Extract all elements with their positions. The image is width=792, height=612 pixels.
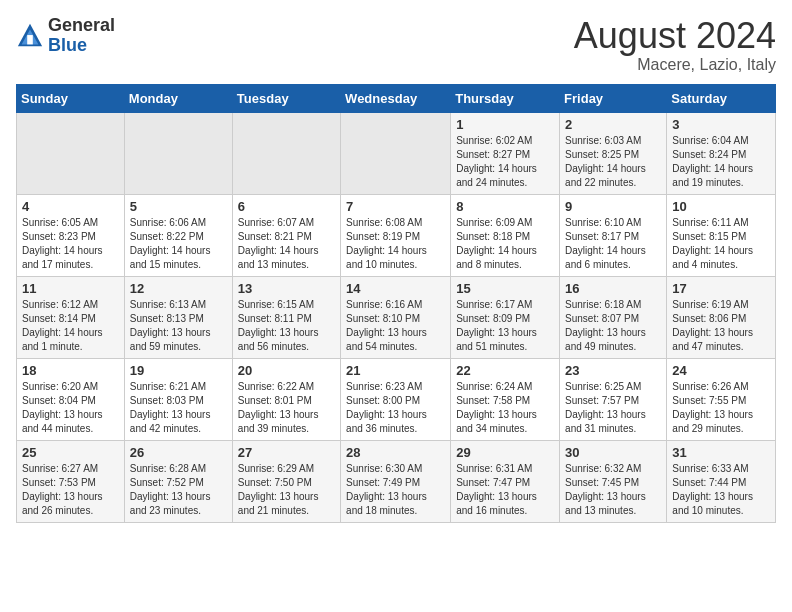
calendar-cell — [17, 112, 125, 194]
day-header-saturday: Saturday — [667, 84, 776, 112]
calendar-cell: 7Sunrise: 6:08 AMSunset: 8:19 PMDaylight… — [341, 194, 451, 276]
day-info: Sunrise: 6:07 AMSunset: 8:21 PMDaylight:… — [238, 216, 335, 272]
day-info: Sunrise: 6:23 AMSunset: 8:00 PMDaylight:… — [346, 380, 445, 436]
day-info: Sunrise: 6:28 AMSunset: 7:52 PMDaylight:… — [130, 462, 227, 518]
svg-rect-2 — [27, 35, 33, 44]
day-number: 17 — [672, 281, 770, 296]
calendar-cell: 28Sunrise: 6:30 AMSunset: 7:49 PMDayligh… — [341, 440, 451, 522]
day-number: 11 — [22, 281, 119, 296]
day-info: Sunrise: 6:22 AMSunset: 8:01 PMDaylight:… — [238, 380, 335, 436]
day-number: 12 — [130, 281, 227, 296]
day-info: Sunrise: 6:17 AMSunset: 8:09 PMDaylight:… — [456, 298, 554, 354]
calendar-week-row: 4Sunrise: 6:05 AMSunset: 8:23 PMDaylight… — [17, 194, 776, 276]
day-number: 26 — [130, 445, 227, 460]
day-info: Sunrise: 6:29 AMSunset: 7:50 PMDaylight:… — [238, 462, 335, 518]
day-info: Sunrise: 6:13 AMSunset: 8:13 PMDaylight:… — [130, 298, 227, 354]
day-header-sunday: Sunday — [17, 84, 125, 112]
calendar-table: SundayMondayTuesdayWednesdayThursdayFrid… — [16, 84, 776, 523]
day-info: Sunrise: 6:03 AMSunset: 8:25 PMDaylight:… — [565, 134, 661, 190]
day-info: Sunrise: 6:10 AMSunset: 8:17 PMDaylight:… — [565, 216, 661, 272]
day-number: 14 — [346, 281, 445, 296]
page-header: General Blue August 2024 Macere, Lazio, … — [16, 16, 776, 74]
day-number: 23 — [565, 363, 661, 378]
day-info: Sunrise: 6:04 AMSunset: 8:24 PMDaylight:… — [672, 134, 770, 190]
day-number: 4 — [22, 199, 119, 214]
day-info: Sunrise: 6:30 AMSunset: 7:49 PMDaylight:… — [346, 462, 445, 518]
day-header-tuesday: Tuesday — [232, 84, 340, 112]
day-info: Sunrise: 6:12 AMSunset: 8:14 PMDaylight:… — [22, 298, 119, 354]
day-info: Sunrise: 6:15 AMSunset: 8:11 PMDaylight:… — [238, 298, 335, 354]
day-number: 16 — [565, 281, 661, 296]
day-number: 21 — [346, 363, 445, 378]
day-number: 30 — [565, 445, 661, 460]
day-number: 10 — [672, 199, 770, 214]
calendar-cell: 9Sunrise: 6:10 AMSunset: 8:17 PMDaylight… — [560, 194, 667, 276]
calendar-cell: 20Sunrise: 6:22 AMSunset: 8:01 PMDayligh… — [232, 358, 340, 440]
calendar-cell: 6Sunrise: 6:07 AMSunset: 8:21 PMDaylight… — [232, 194, 340, 276]
calendar-cell: 4Sunrise: 6:05 AMSunset: 8:23 PMDaylight… — [17, 194, 125, 276]
calendar-cell: 5Sunrise: 6:06 AMSunset: 8:22 PMDaylight… — [124, 194, 232, 276]
day-number: 29 — [456, 445, 554, 460]
day-info: Sunrise: 6:24 AMSunset: 7:58 PMDaylight:… — [456, 380, 554, 436]
calendar-cell: 17Sunrise: 6:19 AMSunset: 8:06 PMDayligh… — [667, 276, 776, 358]
day-info: Sunrise: 6:02 AMSunset: 8:27 PMDaylight:… — [456, 134, 554, 190]
calendar-cell: 13Sunrise: 6:15 AMSunset: 8:11 PMDayligh… — [232, 276, 340, 358]
logo-icon — [16, 22, 44, 50]
logo-general: General — [48, 15, 115, 35]
day-info: Sunrise: 6:33 AMSunset: 7:44 PMDaylight:… — [672, 462, 770, 518]
calendar-cell: 2Sunrise: 6:03 AMSunset: 8:25 PMDaylight… — [560, 112, 667, 194]
calendar-cell: 21Sunrise: 6:23 AMSunset: 8:00 PMDayligh… — [341, 358, 451, 440]
day-info: Sunrise: 6:11 AMSunset: 8:15 PMDaylight:… — [672, 216, 770, 272]
calendar-title: August 2024 — [574, 16, 776, 56]
day-number: 22 — [456, 363, 554, 378]
day-number: 1 — [456, 117, 554, 132]
day-number: 7 — [346, 199, 445, 214]
day-number: 8 — [456, 199, 554, 214]
logo: General Blue — [16, 16, 115, 56]
day-number: 13 — [238, 281, 335, 296]
calendar-cell: 25Sunrise: 6:27 AMSunset: 7:53 PMDayligh… — [17, 440, 125, 522]
day-number: 2 — [565, 117, 661, 132]
day-info: Sunrise: 6:09 AMSunset: 8:18 PMDaylight:… — [456, 216, 554, 272]
title-block: August 2024 Macere, Lazio, Italy — [574, 16, 776, 74]
calendar-cell — [124, 112, 232, 194]
day-info: Sunrise: 6:26 AMSunset: 7:55 PMDaylight:… — [672, 380, 770, 436]
day-info: Sunrise: 6:31 AMSunset: 7:47 PMDaylight:… — [456, 462, 554, 518]
day-number: 20 — [238, 363, 335, 378]
calendar-cell: 10Sunrise: 6:11 AMSunset: 8:15 PMDayligh… — [667, 194, 776, 276]
day-header-monday: Monday — [124, 84, 232, 112]
day-number: 25 — [22, 445, 119, 460]
day-number: 9 — [565, 199, 661, 214]
calendar-cell: 15Sunrise: 6:17 AMSunset: 8:09 PMDayligh… — [451, 276, 560, 358]
calendar-cell: 12Sunrise: 6:13 AMSunset: 8:13 PMDayligh… — [124, 276, 232, 358]
day-info: Sunrise: 6:06 AMSunset: 8:22 PMDaylight:… — [130, 216, 227, 272]
calendar-cell: 26Sunrise: 6:28 AMSunset: 7:52 PMDayligh… — [124, 440, 232, 522]
day-number: 27 — [238, 445, 335, 460]
calendar-cell: 18Sunrise: 6:20 AMSunset: 8:04 PMDayligh… — [17, 358, 125, 440]
day-header-thursday: Thursday — [451, 84, 560, 112]
day-info: Sunrise: 6:21 AMSunset: 8:03 PMDaylight:… — [130, 380, 227, 436]
day-info: Sunrise: 6:32 AMSunset: 7:45 PMDaylight:… — [565, 462, 661, 518]
calendar-cell: 30Sunrise: 6:32 AMSunset: 7:45 PMDayligh… — [560, 440, 667, 522]
logo-text: General Blue — [48, 16, 115, 56]
day-header-wednesday: Wednesday — [341, 84, 451, 112]
calendar-cell: 1Sunrise: 6:02 AMSunset: 8:27 PMDaylight… — [451, 112, 560, 194]
calendar-cell: 3Sunrise: 6:04 AMSunset: 8:24 PMDaylight… — [667, 112, 776, 194]
calendar-cell: 29Sunrise: 6:31 AMSunset: 7:47 PMDayligh… — [451, 440, 560, 522]
day-number: 28 — [346, 445, 445, 460]
calendar-cell: 22Sunrise: 6:24 AMSunset: 7:58 PMDayligh… — [451, 358, 560, 440]
day-info: Sunrise: 6:08 AMSunset: 8:19 PMDaylight:… — [346, 216, 445, 272]
calendar-cell: 14Sunrise: 6:16 AMSunset: 8:10 PMDayligh… — [341, 276, 451, 358]
day-number: 6 — [238, 199, 335, 214]
calendar-week-row: 18Sunrise: 6:20 AMSunset: 8:04 PMDayligh… — [17, 358, 776, 440]
day-number: 15 — [456, 281, 554, 296]
day-number: 19 — [130, 363, 227, 378]
calendar-week-row: 11Sunrise: 6:12 AMSunset: 8:14 PMDayligh… — [17, 276, 776, 358]
day-info: Sunrise: 6:27 AMSunset: 7:53 PMDaylight:… — [22, 462, 119, 518]
logo-blue: Blue — [48, 35, 87, 55]
calendar-week-row: 1Sunrise: 6:02 AMSunset: 8:27 PMDaylight… — [17, 112, 776, 194]
day-number: 5 — [130, 199, 227, 214]
day-info: Sunrise: 6:19 AMSunset: 8:06 PMDaylight:… — [672, 298, 770, 354]
calendar-cell: 23Sunrise: 6:25 AMSunset: 7:57 PMDayligh… — [560, 358, 667, 440]
calendar-cell: 19Sunrise: 6:21 AMSunset: 8:03 PMDayligh… — [124, 358, 232, 440]
